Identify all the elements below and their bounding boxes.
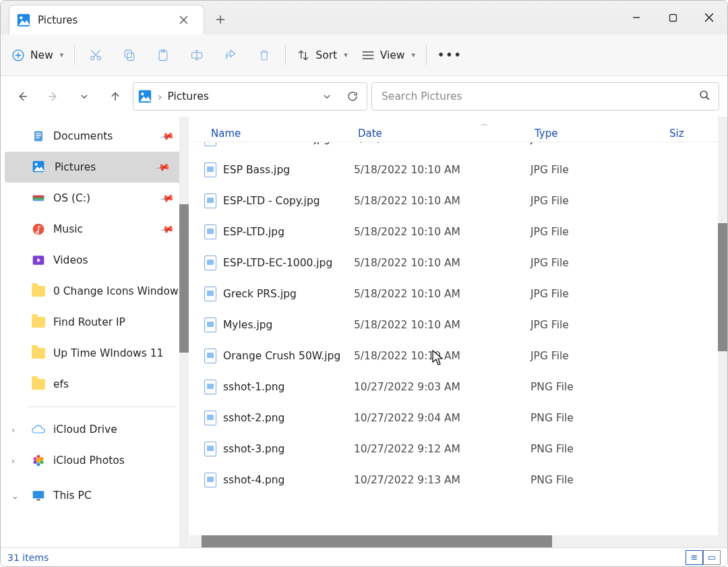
column-header-size[interactable]: Siz xyxy=(665,127,699,140)
sidebar-item-os-c[interactable]: OS (C:) 📌 xyxy=(1,183,189,214)
file-list[interactable]: Collection Grows.jpg5/18/2022 10:10 AMJP… xyxy=(189,142,727,535)
command-toolbar: New ▾ Sort ▾ View ▾ ••• xyxy=(1,34,727,76)
chevron-right-icon[interactable]: › xyxy=(11,456,15,466)
sidebar-item-folder[interactable]: 0 Change Icons Window xyxy=(1,276,189,307)
file-row[interactable]: ESP-LTD - Copy.jpg5/18/2022 10:10 AMJPG … xyxy=(189,185,727,216)
svg-point-1 xyxy=(20,16,22,19)
forward-button[interactable] xyxy=(40,83,67,110)
chevron-down-icon[interactable]: ⌄ xyxy=(11,491,19,501)
sidebar-item-folder[interactable]: Find Router IP xyxy=(1,307,189,338)
minimize-button[interactable] xyxy=(618,1,655,34)
sidebar-item-folder[interactable]: Up Time WIndows 11 xyxy=(1,338,189,369)
window-controls xyxy=(618,1,727,34)
file-row[interactable]: sshot-2.png10/27/2022 9:04 AMPNG File xyxy=(189,402,727,434)
monitor-icon xyxy=(32,489,45,502)
copy-button[interactable] xyxy=(113,40,146,70)
horizontal-scrollbar[interactable] xyxy=(189,535,727,547)
search-icon[interactable] xyxy=(699,90,710,104)
paste-button[interactable] xyxy=(146,40,180,70)
vertical-scrollbar-thumb[interactable] xyxy=(718,223,727,351)
tab-close-button[interactable] xyxy=(173,9,194,31)
file-row[interactable]: Collection Grows.jpg5/18/2022 10:10 AMJP… xyxy=(189,142,727,154)
sidebar-item-pictures[interactable]: Pictures 📌 xyxy=(5,152,185,183)
details-view-button[interactable]: ≡ xyxy=(686,550,703,565)
new-tab-button[interactable] xyxy=(207,6,234,33)
view-button[interactable]: View ▾ xyxy=(355,40,422,70)
sidebar-item-label: This PC xyxy=(53,489,92,502)
thumbnails-view-button[interactable]: ▭ xyxy=(703,550,721,565)
address-dropdown[interactable] xyxy=(317,86,337,107)
vertical-scrollbar[interactable] xyxy=(718,117,727,535)
sidebar-item-this-pc[interactable]: ⌄ This PC xyxy=(1,480,189,511)
tab-pictures[interactable]: Pictures xyxy=(9,5,204,34)
file-name: ESP-LTD - Copy.jpg xyxy=(223,195,320,207)
file-row[interactable]: Greck PRS.jpg5/18/2022 10:10 AMJPG File xyxy=(189,278,727,309)
file-date: 5/18/2022 10:10 AM xyxy=(354,257,530,269)
share-icon xyxy=(224,49,237,62)
file-type: JPG File xyxy=(530,350,665,362)
image-file-icon xyxy=(204,318,216,332)
file-date: 10/27/2022 9:12 AM xyxy=(354,443,530,455)
cut-button[interactable] xyxy=(79,40,113,70)
rename-button[interactable] xyxy=(180,40,214,70)
pictures-icon xyxy=(32,160,47,175)
svg-rect-32 xyxy=(33,491,44,498)
svg-rect-6 xyxy=(127,53,134,60)
delete-button[interactable] xyxy=(247,40,281,70)
back-button[interactable] xyxy=(9,83,36,110)
recent-dropdown[interactable] xyxy=(71,83,98,110)
chevron-down-icon: ▾ xyxy=(411,51,415,59)
file-row[interactable]: ESP Bass.jpg5/18/2022 10:10 AMJPG File xyxy=(189,154,727,185)
sidebar-item-icloud-photos[interactable]: › iCloud Photos xyxy=(1,445,189,476)
file-name: ESP-LTD-EC-1000.jpg xyxy=(223,257,332,269)
address-bar[interactable]: › Pictures xyxy=(133,82,367,111)
sidebar-item-icloud-drive[interactable]: › iCloud Drive xyxy=(1,414,189,445)
file-type: JPG File xyxy=(530,195,665,207)
view-button-label: View xyxy=(380,49,405,61)
column-header-date[interactable]: Date xyxy=(354,127,530,140)
column-header-type[interactable]: Type xyxy=(530,127,665,140)
sidebar-item-music[interactable]: Music 📌 xyxy=(1,214,189,245)
file-row[interactable]: ESP-LTD.jpg5/18/2022 10:10 AMJPG File xyxy=(189,216,727,247)
file-row[interactable]: ESP-LTD-EC-1000.jpg5/18/2022 10:10 AMJPG… xyxy=(189,247,727,278)
file-row[interactable]: sshot-3.png10/27/2022 9:12 AMPNG File xyxy=(189,434,727,465)
more-button[interactable]: ••• xyxy=(431,40,469,70)
clipboard-icon xyxy=(156,49,170,62)
sidebar-item-folder[interactable]: efs xyxy=(1,369,189,400)
svg-point-25 xyxy=(36,458,41,463)
cursor-icon xyxy=(432,350,444,369)
image-file-icon xyxy=(204,287,216,301)
breadcrumb-separator: › xyxy=(158,90,162,103)
sidebar-item-videos[interactable]: Videos xyxy=(1,245,189,276)
up-button[interactable] xyxy=(102,83,129,110)
icloud-drive-icon xyxy=(32,423,45,436)
sidebar-item-label: Music xyxy=(53,223,83,235)
search-box[interactable] xyxy=(371,82,719,111)
videos-icon xyxy=(32,253,45,267)
new-button[interactable]: New ▾ xyxy=(5,40,70,70)
file-type: JPG File xyxy=(530,142,665,145)
breadcrumb-pictures[interactable]: Pictures xyxy=(167,90,208,102)
share-button[interactable] xyxy=(214,40,247,70)
file-row[interactable]: sshot-4.png10/27/2022 9:13 AMPNG File xyxy=(189,465,727,496)
pictures-icon xyxy=(16,13,31,28)
chevron-right-icon[interactable]: › xyxy=(11,425,15,435)
sort-button[interactable]: Sort ▾ xyxy=(290,40,354,70)
file-row[interactable]: Myles.jpg5/18/2022 10:10 AMJPG File xyxy=(189,309,727,340)
image-file-icon xyxy=(204,256,216,270)
trash-icon xyxy=(257,49,271,62)
refresh-button[interactable] xyxy=(342,86,363,107)
sidebar-scrollbar-thumb[interactable] xyxy=(179,204,189,353)
file-row[interactable]: sshot-1.png10/27/2022 9:03 AMPNG File xyxy=(189,371,727,402)
search-input[interactable] xyxy=(380,90,694,103)
maximize-button[interactable] xyxy=(655,1,691,34)
image-file-icon xyxy=(204,380,216,394)
view-mode-toggle: ≡ ▭ xyxy=(686,550,721,565)
sidebar-item-documents[interactable]: Documents 📌 xyxy=(1,121,189,152)
file-date: 5/18/2022 10:10 AM xyxy=(354,142,530,145)
svg-point-12 xyxy=(141,92,144,95)
close-window-button[interactable] xyxy=(691,1,727,34)
file-row[interactable]: Orange Crush 50W.jpg5/18/2022 10:10 AMJP… xyxy=(189,340,727,371)
horizontal-scrollbar-thumb[interactable] xyxy=(202,535,552,547)
column-header-name[interactable]: Name xyxy=(189,127,354,140)
